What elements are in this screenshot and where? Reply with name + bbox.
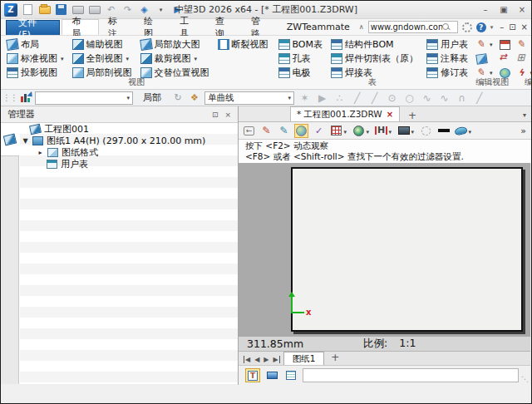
text-input-toggle[interactable]: T bbox=[245, 368, 260, 382]
document-tab[interactable]: * 工程图001.Z3DRW × bbox=[290, 106, 400, 121]
paper-sheet[interactable] bbox=[291, 167, 523, 332]
expand-icon[interactable]: ▸ bbox=[37, 149, 44, 156]
pencil-tool[interactable]: ✎ bbox=[259, 124, 273, 138]
btn-full-section[interactable]: 全剖视图▾ bbox=[71, 52, 134, 66]
dropdown-icon[interactable]: ▾ bbox=[490, 42, 493, 48]
dimension-style-tool[interactable]: H▾ bbox=[374, 124, 388, 138]
dashed-circle-tool[interactable] bbox=[419, 124, 433, 138]
dropdown-icon[interactable]: ▾ bbox=[343, 129, 347, 135]
brush-tool[interactable]: ✎ bbox=[277, 124, 291, 138]
pick-circle-center-icon[interactable]: ⊙ bbox=[385, 92, 399, 104]
last-sheet-button[interactable]: ▶ bbox=[272, 356, 279, 363]
toolbar-grip[interactable]: ⋮⋮ bbox=[2, 93, 17, 102]
attribute-filter-icon[interactable] bbox=[21, 93, 32, 103]
btn-layout[interactable]: 布局 bbox=[5, 37, 66, 52]
edit-view-tool-1[interactable]: ▾ bbox=[476, 40, 493, 50]
command-input[interactable] bbox=[303, 368, 519, 382]
dropdown-icon[interactable]: ▾ bbox=[411, 129, 414, 135]
edit-view-tool-3[interactable] bbox=[476, 54, 493, 64]
btn-structure-bom[interactable]: 结构件BOM bbox=[329, 37, 420, 52]
plot-button[interactable] bbox=[88, 3, 101, 16]
tree-item-user-table[interactable]: 用户表 bbox=[20, 158, 238, 170]
edit-view-tool-4[interactable] bbox=[500, 54, 510, 64]
btn-annotation-table[interactable]: 注释表 bbox=[425, 52, 470, 66]
dropdown-icon[interactable]: ▾ bbox=[366, 129, 369, 135]
rotate-filter-icon[interactable]: ↻ bbox=[171, 92, 185, 103]
search-input[interactable] bbox=[371, 22, 442, 32]
tree-item-sheet1[interactable]: ▼ 图纸1 A4(H) (297.00 x 210.00 mm) bbox=[20, 135, 238, 146]
shade-tool[interactable]: ▾ bbox=[454, 124, 468, 138]
tab-routing[interactable]: 管路 bbox=[242, 19, 278, 35]
pick-gear-icon[interactable]: ✶ bbox=[298, 92, 312, 104]
exit-button[interactable]: ← bbox=[242, 124, 256, 138]
tree-item-drawing[interactable]: 工程图001 bbox=[20, 123, 238, 135]
dropdown-icon[interactable]: ▾ bbox=[61, 56, 64, 62]
pick-arc-icon[interactable]: ∩ bbox=[455, 92, 469, 104]
prev-sheet-button[interactable]: ◀ bbox=[254, 356, 260, 363]
edit-table-tool-3[interactable] bbox=[517, 54, 532, 64]
save-button[interactable] bbox=[55, 3, 67, 16]
first-sheet-button[interactable]: ◀ bbox=[244, 356, 251, 363]
gear-icon[interactable] bbox=[462, 22, 472, 32]
btn-weldment-cutlist[interactable]: 焊件切割表（原） bbox=[329, 52, 420, 66]
pick-diagonal-icon[interactable]: ╱ bbox=[472, 92, 486, 104]
collapse-ribbon-icon[interactable]: ∧ bbox=[359, 23, 364, 31]
manager-tab-history[interactable] bbox=[1, 123, 19, 156]
pick-spline-points-icon[interactable]: ∿ bbox=[420, 92, 434, 104]
pick-circle-icon[interactable]: ○ bbox=[402, 92, 416, 104]
dropdown-icon[interactable]: ▾ bbox=[468, 129, 471, 135]
close-button[interactable]: × bbox=[516, 5, 528, 14]
layer-tool[interactable]: ▾ bbox=[352, 124, 366, 138]
pick-spline-icon[interactable]: ∿ bbox=[437, 92, 451, 104]
new-document-tab-button[interactable]: + bbox=[408, 110, 416, 121]
display-toggle[interactable] bbox=[264, 368, 279, 382]
form-toggle[interactable] bbox=[283, 368, 298, 382]
btn-crop-view[interactable]: 裁剪视图▾ bbox=[139, 52, 211, 66]
tab-zwteammate[interactable]: ZWTeammate bbox=[278, 19, 359, 35]
filter-toggle-active[interactable] bbox=[294, 124, 308, 138]
open-file-button[interactable] bbox=[38, 3, 51, 16]
dropdown-icon[interactable]: ▾ bbox=[490, 70, 493, 76]
btn-auxiliary-view[interactable]: 辅助视图 bbox=[71, 37, 134, 52]
tab-inquire[interactable]: 查询 bbox=[206, 19, 242, 35]
tab-annotation[interactable]: 标注 bbox=[99, 19, 135, 35]
dropdown-icon[interactable]: ▾ bbox=[195, 56, 198, 62]
btn-standard-view[interactable]: 标准视图▾ bbox=[5, 52, 66, 66]
doc-minimize-button[interactable]: – bbox=[500, 22, 504, 32]
drawing-canvas[interactable]: x 【App 宝库】 bbox=[239, 163, 530, 337]
add-sheet-button[interactable]: + bbox=[331, 352, 339, 365]
pick-line-icon[interactable]: ╱ bbox=[350, 92, 364, 104]
file-menu-button[interactable]: 文件(F) bbox=[6, 20, 60, 35]
pick-play-icon[interactable]: ▶ bbox=[315, 92, 329, 104]
next-sheet-button[interactable]: ▶ bbox=[263, 356, 269, 363]
display-mode-tool[interactable]: ▾ bbox=[397, 124, 411, 138]
edit-table-tool-1[interactable] bbox=[517, 40, 532, 50]
btn-user-table[interactable]: 用户表 bbox=[425, 37, 470, 52]
toolbar-overflow-icon[interactable]: » bbox=[520, 126, 528, 136]
manager-close-icon[interactable]: × bbox=[224, 111, 231, 119]
minimize-button[interactable]: – bbox=[480, 5, 491, 14]
tab-list-dropdown-icon[interactable]: ▾ bbox=[523, 111, 526, 119]
edit-view-tool-2[interactable] bbox=[500, 40, 510, 50]
doc-close-button[interactable]: × bbox=[521, 22, 528, 32]
pick-tool[interactable]: ✓ bbox=[312, 124, 326, 138]
search-icon[interactable] bbox=[442, 23, 450, 31]
attribute-combo[interactable]: ▾ bbox=[35, 91, 133, 105]
grid-table-tool[interactable]: ▾ bbox=[329, 124, 343, 138]
sheet-tab-active[interactable]: 图纸1 bbox=[283, 352, 325, 365]
curve-type-combo[interactable]: 单曲线▾ bbox=[204, 91, 294, 105]
help-icon[interactable]: ? bbox=[476, 22, 486, 32]
tab-sketch[interactable]: 绘图 bbox=[135, 19, 170, 35]
new-file-button[interactable] bbox=[22, 3, 34, 16]
pick-segment-icon[interactable]: ╱ bbox=[367, 92, 382, 104]
btn-broken-view[interactable]: 断裂视图 bbox=[216, 37, 270, 52]
line-width-tool[interactable] bbox=[436, 124, 451, 138]
dropdown-icon[interactable]: ▾ bbox=[388, 129, 392, 135]
doc-restore-button[interactable]: ⊡ bbox=[509, 22, 515, 32]
pick-point-icon[interactable]: ∴ bbox=[332, 92, 347, 104]
document-tab-close-icon[interactable]: × bbox=[387, 110, 393, 119]
tree-item-sheet-format[interactable]: ▸ 图纸格式 bbox=[20, 146, 238, 158]
tab-layout[interactable]: 布局 bbox=[62, 19, 99, 35]
btn-hole-table[interactable]: 孔表 bbox=[277, 52, 325, 66]
manager-float-icon[interactable]: ⊡ bbox=[212, 111, 219, 119]
